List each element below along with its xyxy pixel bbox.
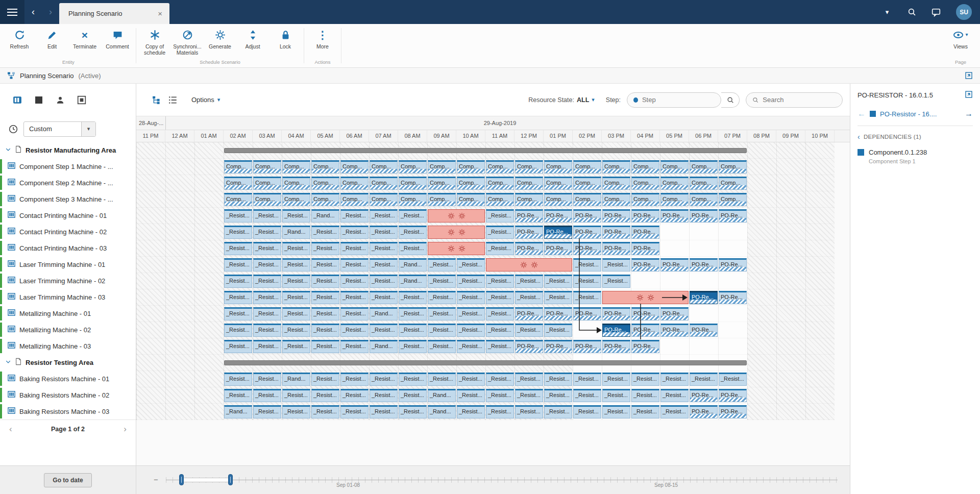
- task-bar[interactable]: Comp...: [544, 160, 572, 174]
- task-bar[interactable]: _Resist...: [282, 324, 310, 337]
- task-bar[interactable]: _Resist...: [486, 340, 514, 353]
- task-bar[interactable]: Comp...: [370, 160, 398, 174]
- task-bar[interactable]: PO-Re...: [573, 340, 601, 353]
- task-bar[interactable]: _Resist...: [282, 209, 310, 223]
- task-bar[interactable]: PO-Re...: [660, 209, 689, 223]
- task-bar[interactable]: _Resist...: [282, 275, 310, 288]
- task-bar[interactable]: PO-Re...: [602, 307, 630, 320]
- task-bar[interactable]: PO-Re...: [544, 226, 572, 239]
- task-bar[interactable]: _Resist...: [340, 226, 369, 239]
- task-bar[interactable]: _Resist...: [282, 405, 310, 418]
- task-bar[interactable]: PO-Re...: [573, 242, 601, 255]
- tab-forward-button[interactable]: ›: [42, 0, 59, 24]
- selected-order-link[interactable]: PO-Resistor - 16....: [880, 110, 937, 118]
- task-bar[interactable]: _Resist...: [573, 291, 601, 304]
- task-bar[interactable]: _Resist...: [224, 324, 252, 337]
- task-bar[interactable]: Comp...: [457, 160, 485, 174]
- task-bar[interactable]: _Resist...: [660, 373, 689, 386]
- resource-state-dropdown[interactable]: Resource State: ALL ▾: [528, 96, 594, 104]
- task-bar[interactable]: Comp...: [602, 193, 630, 206]
- task-bar[interactable]: _Resist...: [253, 340, 281, 353]
- task-bar[interactable]: _Resist...: [573, 373, 601, 386]
- expand-details-icon[interactable]: [965, 90, 973, 98]
- task-bar[interactable]: _Resist...: [602, 275, 630, 288]
- task-bar[interactable]: PO-Re...: [573, 307, 601, 320]
- task-bar[interactable]: _Resist...: [399, 209, 427, 223]
- task-bar[interactable]: PO-Re...: [631, 242, 659, 255]
- task-bar[interactable]: _Resist...: [370, 242, 398, 255]
- task-bar[interactable]: PO-Re...: [602, 340, 630, 353]
- task-bar[interactable]: Comp...: [690, 193, 718, 206]
- task-bar[interactable]: _Resist...: [224, 242, 252, 255]
- task-bar[interactable]: _Resist...: [544, 389, 572, 402]
- tree-machine-row[interactable]: Metallizing Machine - 02: [0, 322, 136, 338]
- task-bar[interactable]: _Resist...: [282, 258, 310, 271]
- conflict-bar[interactable]: [602, 291, 689, 304]
- task-bar[interactable]: Comp...: [224, 193, 252, 206]
- task-bar[interactable]: PO-Re...: [544, 307, 572, 320]
- task-bar[interactable]: _Resist...: [602, 373, 630, 386]
- task-bar[interactable]: PO-Re...: [631, 226, 659, 239]
- dropdown-caret-icon[interactable]: ▾: [883, 8, 892, 17]
- tab-close-icon[interactable]: ×: [156, 9, 164, 18]
- task-bar[interactable]: _Resist...: [224, 307, 252, 320]
- task-bar[interactable]: _Resist...: [253, 405, 281, 418]
- task-bar[interactable]: _Resist...: [224, 389, 252, 402]
- task-bar[interactable]: _Resist...: [340, 340, 369, 353]
- task-bar[interactable]: _Resist...: [311, 275, 339, 288]
- task-bar[interactable]: _Resist...: [370, 291, 398, 304]
- task-bar[interactable]: Comp...: [224, 160, 252, 174]
- task-bar[interactable]: _Resist...: [544, 324, 572, 337]
- task-bar[interactable]: _Resist...: [370, 258, 398, 271]
- task-bar[interactable]: _Resist...: [370, 226, 398, 239]
- dependencies-back-icon[interactable]: ‹: [857, 133, 860, 141]
- task-bar[interactable]: Comp...: [282, 193, 310, 206]
- task-bar[interactable]: Comp...: [399, 160, 427, 174]
- task-bar[interactable]: _Resist...: [457, 373, 485, 386]
- conflict-bar[interactable]: [486, 258, 572, 271]
- task-bar[interactable]: _Rand...: [282, 373, 310, 386]
- task-bar[interactable]: Comp...: [690, 177, 718, 190]
- task-bar[interactable]: PO-Re...: [631, 340, 659, 353]
- task-bar[interactable]: _Resist...: [370, 373, 398, 386]
- step-search-button[interactable]: [721, 92, 740, 108]
- task-bar[interactable]: PO-Re...: [544, 209, 572, 223]
- task-bar[interactable]: Comp...: [631, 177, 659, 190]
- task-bar[interactable]: _Resist...: [428, 307, 456, 320]
- clock-icon[interactable]: [8, 124, 18, 134]
- task-bar[interactable]: PO-Re...: [544, 340, 572, 353]
- task-bar[interactable]: Comp...: [282, 177, 310, 190]
- task-bar[interactable]: _Resist...: [457, 389, 485, 402]
- task-bar[interactable]: _Resist...: [602, 405, 630, 418]
- tree-machine-row[interactable]: Baking Resistors Machine - 02: [0, 387, 136, 403]
- task-bar[interactable]: PO-Re...: [544, 242, 572, 255]
- task-bar[interactable]: Comp...: [311, 160, 339, 174]
- tree-machine-row[interactable]: Metallizing Machine - 03: [0, 338, 136, 354]
- task-bar[interactable]: _Resist...: [340, 307, 369, 320]
- task-bar[interactable]: _Resist...: [631, 373, 659, 386]
- task-bar[interactable]: PO-Re...: [631, 307, 659, 320]
- page-next-button[interactable]: ›: [124, 424, 127, 434]
- task-bar[interactable]: PO-Re...: [573, 226, 601, 239]
- task-bar[interactable]: PO-Re...: [602, 226, 630, 239]
- task-bar[interactable]: _Resist...: [340, 324, 369, 337]
- task-bar[interactable]: _Resist...: [370, 389, 398, 402]
- task-bar[interactable]: Comp...: [573, 160, 601, 174]
- task-bar[interactable]: _Resist...: [602, 389, 630, 402]
- task-bar[interactable]: Comp...: [515, 160, 543, 174]
- task-bar[interactable]: _Rand...: [428, 389, 456, 402]
- task-bar[interactable]: _Resist...: [486, 405, 514, 418]
- adjust-button[interactable]: Adjust: [236, 24, 269, 58]
- task-bar[interactable]: _Rand...: [282, 226, 310, 239]
- task-bar[interactable]: _Rand...: [428, 405, 456, 418]
- tree-machine-row[interactable]: Laser Trimming Machine - 03: [0, 289, 136, 305]
- task-bar[interactable]: PO-Re...: [631, 209, 659, 223]
- task-bar[interactable]: Comp...: [457, 193, 485, 206]
- task-bar[interactable]: PO-Re...: [690, 258, 718, 271]
- scrubber-track[interactable]: [166, 480, 838, 480]
- task-bar[interactable]: PO-Re...: [631, 258, 659, 271]
- task-bar[interactable]: _Resist...: [515, 291, 543, 304]
- task-bar[interactable]: PO-Re...: [602, 209, 630, 223]
- task-bar[interactable]: Comp...: [660, 177, 689, 190]
- operator-view-icon[interactable]: [55, 95, 65, 105]
